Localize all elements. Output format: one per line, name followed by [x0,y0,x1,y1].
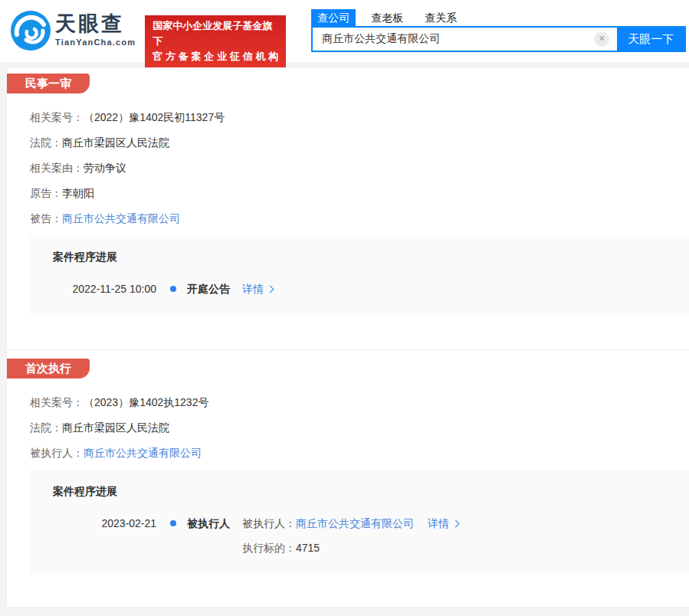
site-header: 天眼查 TianYanCha.com 国家中小企业发展子基金旗下 官方备案企业征… [0,0,689,63]
progress-subline: 执行标的：4715 [242,540,458,555]
field-label: 法院： [30,421,62,434]
brand-name: 天眼查 [55,12,136,35]
sub-value: 4715 [296,542,320,554]
brand-domain: TianYanCha.com [55,38,136,47]
field-row: 相关案由：劳动争议 [30,160,689,175]
field-row: 被告：商丘市公共交通有限公司 [30,211,689,226]
progress-detail: 被执行人：商丘市公共交通有限公司详情执行标的：4715 [242,516,458,555]
search-box: × 天眼一下 [311,26,686,52]
field-value: 商丘市梁园区人民法院 [62,421,169,434]
field-row: 法院：商丘市梁园区人民法院 [30,135,689,150]
case-fields: 相关案号：（2023）豫1402执1232号法院：商丘市梁园区人民法院被执行人：… [30,395,689,460]
progress-title: 案件程序进展 [53,251,689,264]
field-label: 被执行人： [30,447,84,459]
promo-badge: 国家中小企业发展子基金旗下 官方备案企业征信机构 [145,15,286,67]
field-row: 相关案号：（2022）豫1402民初11327号 [30,110,689,125]
field-label: 原告： [30,187,62,199]
tianyancha-logo[interactable]: 天眼查 TianYanCha.com [11,11,136,51]
progress-date: 2022-11-25 10:00 [53,281,156,297]
field-value: 商丘市梁园区人民法院 [62,136,169,149]
sub-label: 执行标的： [242,542,296,554]
company-link[interactable]: 商丘市公共交通有限公司 [296,516,414,531]
section-badge: 民事一审 [7,74,90,93]
progress-detail: 详情 [242,281,273,297]
promo-line2: 官方备案企业征信机构 [153,49,278,64]
progress-row: 2022-11-25 10:00开庭公告详情 [53,281,689,297]
company-link[interactable]: 商丘市公共交通有限公司 [62,212,180,224]
case-section: 民事一审相关案号：（2022）豫1402民初11327号法院：商丘市梁园区人民法… [7,67,689,349]
detail-link[interactable]: 详情 [428,516,458,531]
progress-event: 开庭公告 [187,281,230,297]
field-row: 原告：李朝阳 [30,185,689,201]
field-value: 李朝阳 [62,187,94,199]
tianyancha-logo-icon [11,11,51,51]
case-progress-panel: 案件程序进展2022-11-25 10:00开庭公告详情 [30,236,689,316]
case-progress-panel: 案件程序进展2023-02-21被执行人被执行人：商丘市公共交通有限公司详情执行… [30,470,689,575]
field-row: 被执行人：商丘市公共交通有限公司 [30,445,689,460]
progress-line: 被执行人：商丘市公共交通有限公司详情 [242,516,458,531]
timeline-dot-icon [170,286,176,292]
logo-text: 天眼查 TianYanCha.com [55,12,136,51]
company-link[interactable]: 商丘市公共交通有限公司 [84,447,202,459]
field-label: 相关案号： [30,111,84,123]
progress-row: 2023-02-21被执行人被执行人：商丘市公共交通有限公司详情执行标的：471… [53,516,689,555]
chevron-right-icon [452,520,460,528]
field-row: 相关案号：（2023）豫1402执1232号 [30,395,689,410]
search-button[interactable]: 天眼一下 [617,28,684,51]
party-label: 被执行人： [242,516,296,531]
field-label: 被告： [30,212,62,224]
case-fields: 相关案号：（2022）豫1402民初11327号法院：商丘市梁园区人民法院相关案… [30,110,689,226]
field-value: 劳动争议 [84,162,126,174]
promo-line1: 国家中小企业发展子基金旗下 [153,18,278,49]
field-value: （2022）豫1402民初11327号 [84,111,225,123]
detail-link[interactable]: 详情 [242,281,273,297]
case-section: 首次执行相关案号：（2023）豫1402执1232号法院：商丘市梁园区人民法院被… [7,349,689,575]
progress-date: 2023-02-21 [53,516,156,531]
clear-icon[interactable]: × [594,31,609,47]
case-results-panel: 民事一审相关案号：（2022）豫1402民初11327号法院：商丘市梁园区人民法… [6,67,689,608]
tab-3[interactable]: 查关系 [418,9,463,26]
tab-1[interactable]: 查公司 [311,9,356,26]
field-label: 相关案号： [30,396,84,408]
field-row: 法院：商丘市梁园区人民法院 [30,420,689,435]
field-label: 法院： [30,136,62,149]
search-input[interactable] [313,28,594,50]
tab-2[interactable]: 查老板 [365,9,409,26]
search-tabs: 查公司查老板查关系 [311,9,686,26]
field-value: （2023）豫1402执1232号 [84,396,208,408]
search-area: 查公司查老板查关系 × 天眼一下 [311,9,686,52]
progress-line: 详情 [242,281,273,297]
section-badge: 首次执行 [7,359,90,378]
chevron-right-icon [267,286,274,293]
timeline-dot-icon [170,520,176,526]
progress-title: 案件程序进展 [53,485,689,499]
field-label: 相关案由： [30,162,84,174]
progress-event: 被执行人 [187,516,230,531]
